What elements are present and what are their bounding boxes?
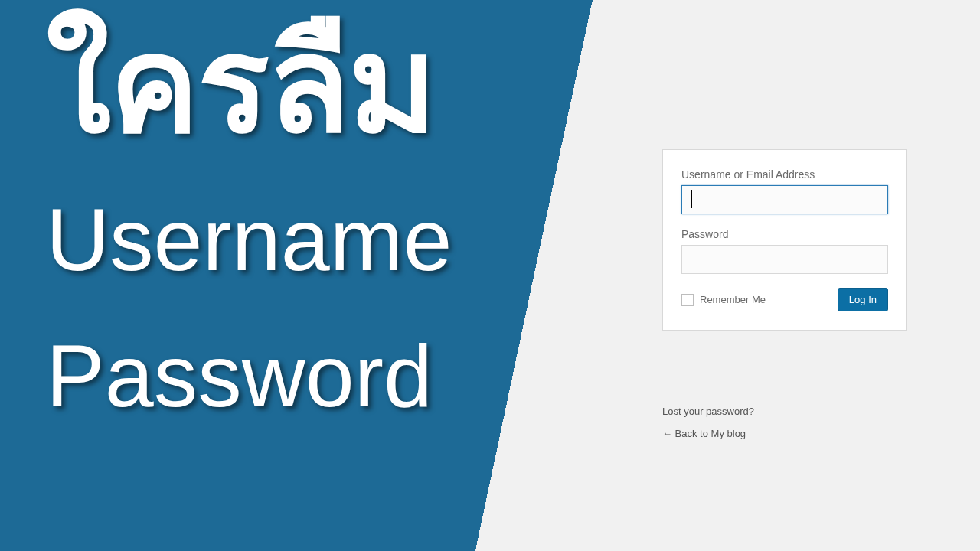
password-group: Password [681,228,888,274]
lost-password-link[interactable]: Lost your password? [662,406,823,417]
headline-block: ใครลืม Username Password [46,8,452,442]
login-button[interactable]: Log In [838,288,888,311]
headline-line-2: Username [46,169,452,310]
remember-me-label: Remember Me [700,294,766,305]
back-to-blog-link[interactable]: ← Back to My blog [662,428,823,439]
links-below-form: Lost your password? ← Back to My blog [662,406,823,450]
remember-me-checkbox[interactable] [681,294,694,306]
headline-line-3: Password [46,310,452,442]
remember-me-group[interactable]: Remember Me [681,294,766,306]
headline-line-1: ใครลืม [46,8,452,161]
password-input[interactable] [681,245,888,274]
login-form-card: Username or Email Address Password Remem… [662,149,907,331]
username-label: Username or Email Address [681,168,888,181]
username-group: Username or Email Address [681,168,888,214]
password-label: Password [681,228,888,240]
login-bottom-row: Remember Me Log In [681,288,888,311]
username-input[interactable] [681,185,888,214]
text-cursor-icon [691,190,692,208]
